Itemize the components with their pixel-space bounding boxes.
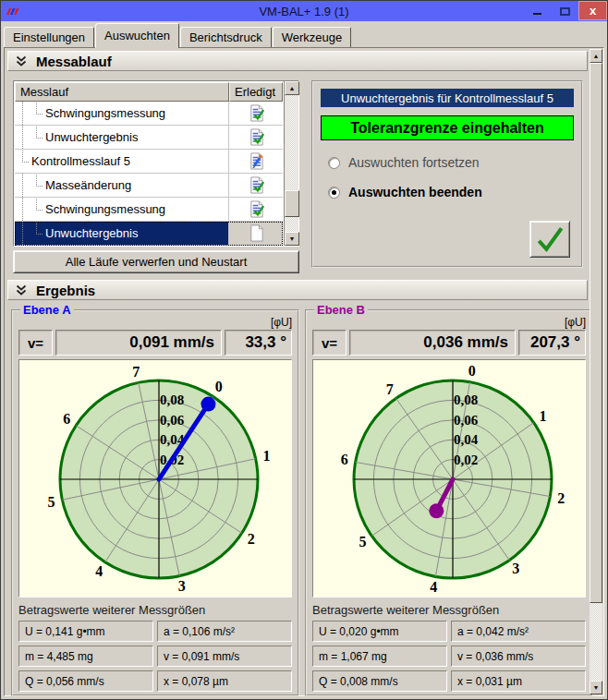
tree-connector	[29, 126, 43, 149]
titlebar[interactable]: VM-BAL+ 1.9 (1) x	[1, 1, 607, 21]
table-row[interactable]: Unwuchtergebnis	[15, 126, 283, 150]
value-cell-m: m = 1,067 mg	[312, 646, 447, 667]
double-chevron-down-icon[interactable]	[15, 284, 28, 296]
tree-connector	[15, 150, 29, 173]
restart-button[interactable]: Alle Läufe verwerfen und Neustart	[13, 250, 299, 273]
radio-checked-icon[interactable]	[328, 187, 340, 199]
vm-logo-icon	[6, 5, 22, 18]
row-label-cell[interactable]: Schwingungsmessung	[15, 198, 229, 222]
tolerance-status: Toleranzgrenze eingehalten	[321, 115, 574, 140]
erledigt-cell	[229, 174, 283, 198]
table-row[interactable]: Schwingungsmessung	[15, 198, 283, 222]
scroll-thumb[interactable]	[590, 63, 602, 603]
maximize-button[interactable]	[551, 1, 578, 21]
erledigt-cell	[229, 102, 283, 126]
radio-finish[interactable]: Auswuchten beenden	[328, 185, 581, 199]
measurement-tree: Messlauf Erledigt Schwingungsmessung	[13, 80, 299, 247]
row-label-cell[interactable]: Unwuchtergebnis	[15, 126, 229, 150]
tree-connector	[29, 222, 43, 245]
window-controls: x	[523, 1, 607, 21]
maximize-icon	[560, 7, 570, 16]
minimize-button[interactable]	[523, 1, 551, 21]
scroll-down-button[interactable]: ▼	[590, 681, 602, 694]
svg-text:7: 7	[132, 364, 140, 380]
tree-line	[15, 198, 29, 221]
table-row[interactable]: Schwingungsmessung	[15, 102, 283, 126]
value-cell-v: v = 0,091 mm/s	[157, 646, 292, 667]
tab-berichtsdruck[interactable]: Berichtsdruck	[180, 27, 272, 47]
confirm-button[interactable]	[529, 221, 570, 258]
svg-text:0,06: 0,06	[160, 413, 185, 428]
scroll-down-button[interactable]: ▼	[285, 232, 299, 246]
tab-einstellungen[interactable]: Einstellungen	[4, 27, 94, 47]
value-cell-v: v = 0,036 mm/s	[451, 646, 586, 667]
window-title: VM-BAL+ 1.9 (1)	[1, 5, 607, 18]
run-step-label: Unwuchtergebnis	[43, 130, 138, 144]
svg-text:3: 3	[178, 578, 186, 594]
plane-name: Ebene B	[314, 303, 368, 317]
client-area: Messablauf Messlauf Erledigt Schwingungs…	[4, 47, 604, 696]
tab-werkzeuge[interactable]: Werkzeuge	[273, 27, 352, 47]
table-row-selected[interactable]: Unwuchtergebnis	[15, 222, 283, 246]
tree-scrollbar[interactable]: ▲ ▼	[284, 81, 298, 246]
table-row[interactable]: Kontrollmesslauf 5	[15, 150, 283, 174]
tab-bar: Einstellungen Auswuchten Berichtsdruck W…	[1, 21, 607, 47]
column-header-messlauf[interactable]: Messlauf	[15, 82, 229, 102]
svg-text:0,08: 0,08	[160, 392, 184, 407]
svg-text:6: 6	[341, 452, 348, 467]
svg-text:4: 4	[95, 563, 103, 579]
document-blank-icon	[248, 224, 265, 242]
vertical-scrollbar[interactable]: ▲ ▼	[590, 49, 602, 694]
tree-header: Messlauf Erledigt	[15, 82, 283, 102]
app-window: VM-BAL+ 1.9 (1) x Einstellungen Auswucht…	[0, 0, 608, 700]
tree-connector	[29, 198, 43, 221]
radio-continue[interactable]: Auswuchten fortsetzen	[328, 155, 581, 170]
scroll-up-button[interactable]: ▲	[590, 49, 602, 63]
column-header-erledigt[interactable]: Erledigt	[229, 82, 283, 102]
svg-text:0,06: 0,06	[454, 413, 479, 428]
table-row[interactable]: Masseänderung	[15, 174, 283, 198]
plane-name: Ebene A	[20, 303, 74, 317]
row-label-cell[interactable]: Schwingungsmessung	[15, 102, 229, 126]
scroll-thumb[interactable]	[285, 190, 299, 217]
section-messablauf-header[interactable]: Messablauf	[7, 51, 588, 71]
plane-b-group: Ebene B [φU] v= 0,036 mm/s 207,3 ° 0,020…	[305, 309, 593, 696]
row-label-cell[interactable]: Unwuchtergebnis	[15, 222, 229, 246]
close-icon: x	[590, 5, 596, 17]
svg-text:1: 1	[262, 448, 270, 464]
tree-connector	[29, 174, 43, 197]
double-chevron-down-icon[interactable]	[15, 54, 28, 67]
betragswerte-title: Betragswerte weiterer Messgrößen	[312, 603, 586, 617]
value-cell-a: a = 0,106 m/s²	[157, 621, 292, 642]
svg-text:6: 6	[63, 411, 70, 427]
row-label-cell[interactable]: Kontrollmesslauf 5	[15, 150, 229, 174]
value-cell-Q: Q = 0,056 mm/s	[18, 670, 153, 692]
v-label-box: v=	[312, 330, 347, 356]
erledigt-cell	[229, 222, 283, 246]
section-ergebnis-header[interactable]: Ergebnis	[7, 280, 588, 300]
document-check-icon	[248, 128, 265, 146]
v-value-display: 0,091 mm/s	[55, 330, 222, 356]
radio-continue-label: Auswuchten fortsetzen	[348, 155, 480, 170]
tree-connector	[29, 102, 43, 125]
document-check-icon	[248, 176, 265, 194]
svg-text:5: 5	[48, 494, 55, 510]
run-step-label: Schwingungsmessung	[43, 106, 165, 120]
svg-text:7: 7	[386, 381, 394, 397]
result-panel: Unwuchtergebnis für Kontrollmesslauf 5 T…	[311, 80, 583, 268]
tree-line	[15, 126, 29, 149]
run-step-label: Unwuchtergebnis	[43, 226, 138, 240]
section-title: Ergebnis	[36, 283, 95, 298]
phi-unit-label: [φU]	[18, 316, 292, 329]
green-checkmark-icon	[531, 223, 568, 256]
erledigt-cell	[229, 150, 283, 174]
value-cell-U: U = 0,141 g•mm	[18, 621, 153, 642]
radio-icon[interactable]	[328, 157, 340, 169]
row-label-cell[interactable]: Masseänderung	[15, 174, 229, 198]
svg-text:0,02: 0,02	[454, 453, 478, 467]
run-step-label: Schwingungsmessung	[43, 202, 165, 216]
value-cell-x: x = 0,031 µm	[451, 670, 586, 692]
scroll-up-button[interactable]: ▲	[285, 81, 299, 95]
close-button[interactable]: x	[578, 1, 607, 20]
tab-auswuchten[interactable]: Auswuchten	[95, 23, 179, 48]
